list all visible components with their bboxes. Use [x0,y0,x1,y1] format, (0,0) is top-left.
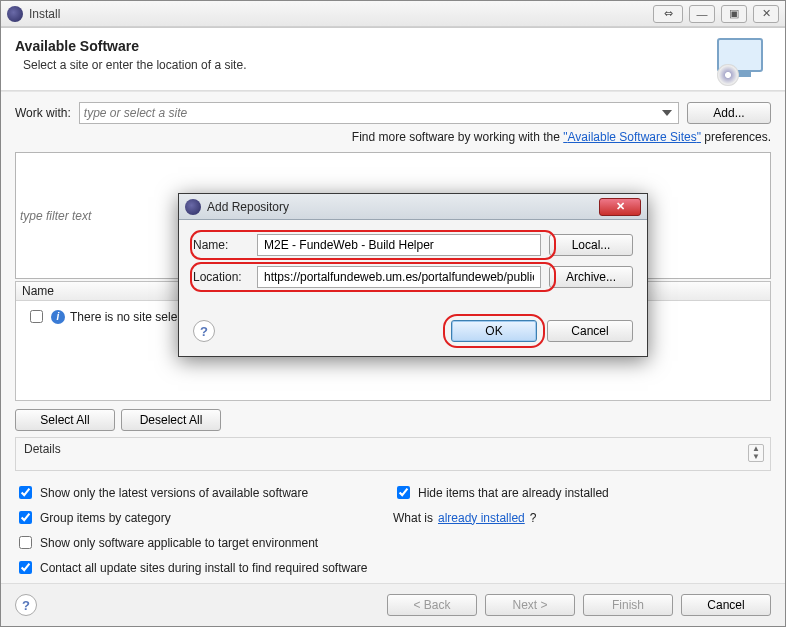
checkbox-applicable[interactable] [19,536,32,549]
install-software-icon [711,38,767,86]
deselect-all-button[interactable]: Deselect All [121,409,221,431]
maximize-button[interactable]: ▣ [721,5,747,23]
workwith-label: Work with: [15,106,71,120]
modal-title: Add Repository [207,200,599,214]
archive-button[interactable]: Archive... [549,266,633,288]
modal-cancel-button[interactable]: Cancel [547,320,633,342]
close-button[interactable]: ✕ [753,5,779,23]
details-label: Details [24,442,61,456]
add-site-button[interactable]: Add... [687,102,771,124]
option-hide-installed[interactable]: Hide items that are already installed [393,483,771,502]
option-contact-all[interactable]: Contact all update sites during install … [15,558,771,577]
name-label: Name: [193,238,249,252]
select-all-button[interactable]: Select All [15,409,115,431]
wizard-footer: ? < Back Next > Finish Cancel [1,583,785,626]
add-repository-dialog: Add Repository ✕ Name: Local... Location… [178,193,648,357]
name-input[interactable] [257,234,541,256]
location-input[interactable] [257,266,541,288]
tree-row-checkbox[interactable] [30,310,43,323]
whatis-line: What is already installed? [393,508,771,527]
option-group[interactable]: Group items by category [15,508,393,527]
modal-help-icon[interactable]: ? [193,320,215,342]
workwith-combo[interactable]: type or select a site [79,102,679,124]
next-button[interactable]: Next > [485,594,575,616]
available-sites-link[interactable]: Available Software Sites [563,130,701,144]
cancel-button[interactable]: Cancel [681,594,771,616]
ok-button[interactable]: OK [451,320,537,342]
page-subtitle: Select a site or enter the location of a… [23,58,711,72]
titlebar: Install ⇔ — ▣ ✕ [1,1,785,27]
checkbox-contact-all[interactable] [19,561,32,574]
local-button[interactable]: Local... [549,234,633,256]
option-applicable[interactable]: Show only software applicable to target … [15,533,771,552]
already-installed-link[interactable]: already installed [438,511,525,525]
window-title: Install [29,7,653,21]
back-button[interactable]: < Back [387,594,477,616]
hint-line: Find more software by working with the A… [15,130,771,144]
minimize-button[interactable]: — [689,5,715,23]
wizard-header: Available Software Select a site or ente… [1,28,785,91]
eclipse-icon [185,199,201,215]
chevron-down-icon: ▼ [749,453,763,461]
detach-button[interactable]: ⇔ [653,5,683,23]
info-icon: i [51,310,65,324]
finish-button[interactable]: Finish [583,594,673,616]
page-title: Available Software [15,38,711,54]
modal-close-button[interactable]: ✕ [599,198,641,216]
details-toggle[interactable]: ▲ ▼ [748,444,764,462]
column-name: Name [22,284,54,298]
checkbox-group[interactable] [19,511,32,524]
eclipse-icon [7,6,23,22]
option-latest[interactable]: Show only the latest versions of availab… [15,483,393,502]
help-icon[interactable]: ? [15,594,37,616]
checkbox-latest[interactable] [19,486,32,499]
checkbox-hide-installed[interactable] [397,486,410,499]
details-panel: Details ▲ ▼ [15,437,771,471]
modal-titlebar: Add Repository ✕ [179,194,647,220]
location-label: Location: [193,270,249,284]
